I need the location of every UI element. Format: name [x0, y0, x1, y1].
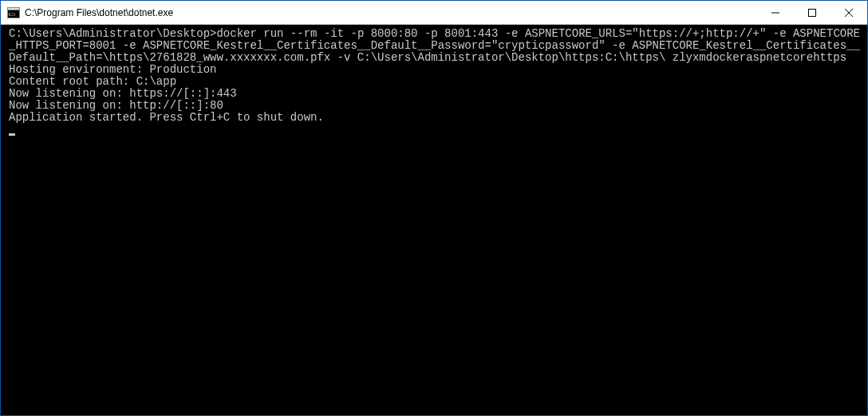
maximize-button[interactable]	[794, 1, 831, 24]
window-title: C:\Program Files\dotnet\dotnet.exe	[25, 7, 173, 18]
console-window: C:\ C:\Program Files\dotnet\dotnet.exe C…	[0, 0, 868, 416]
svg-rect-1	[8, 7, 20, 10]
output-line: Now listening on: https://[::]:443	[9, 87, 237, 100]
svg-rect-4	[809, 9, 816, 16]
minimize-button[interactable]	[757, 1, 794, 24]
cursor	[9, 133, 15, 136]
output-line: Hosting environment: Production	[9, 63, 216, 76]
svg-text:C:\: C:\	[9, 11, 16, 18]
output-line: Content root path: C:\app	[9, 75, 176, 88]
close-button[interactable]	[831, 1, 867, 24]
console-output[interactable]: C:\Users\Administrator\Desktop>docker ru…	[1, 25, 867, 415]
console-icon: C:\	[7, 6, 20, 19]
output-line: Application started. Press Ctrl+C to shu…	[9, 111, 324, 124]
window-controls	[757, 1, 867, 24]
output-line: Now listening on: http://[::]:80	[9, 99, 223, 112]
titlebar[interactable]: C:\ C:\Program Files\dotnet\dotnet.exe	[1, 1, 867, 25]
prompt: C:\Users\Administrator\Desktop>	[9, 27, 216, 40]
